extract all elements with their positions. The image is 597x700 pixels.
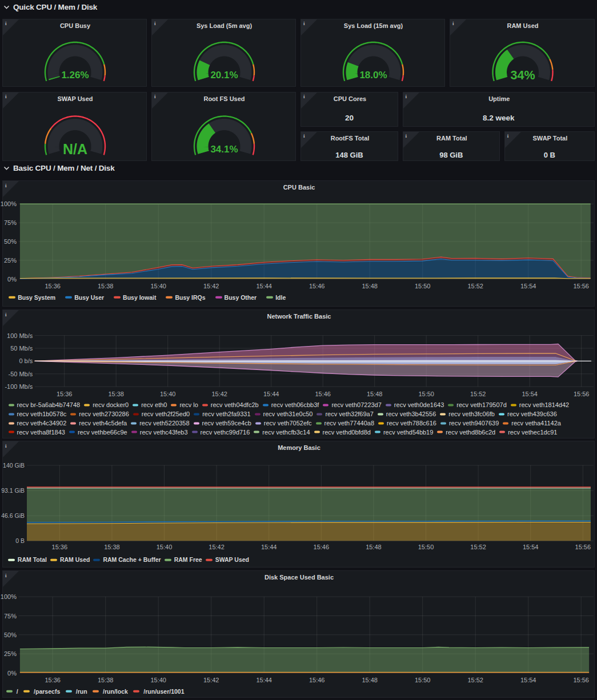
svg-text:15:42: 15:42 <box>203 676 219 683</box>
svg-text:15:42: 15:42 <box>211 391 227 397</box>
svg-text:15:44: 15:44 <box>261 544 277 550</box>
svg-text:15:40: 15:40 <box>150 283 166 289</box>
svg-text:15:46: 15:46 <box>309 283 325 289</box>
svg-text:50%: 50% <box>4 631 17 638</box>
svg-text:0 B: 0 B <box>15 537 25 544</box>
svg-text:15:52: 15:52 <box>467 283 483 289</box>
svg-text:15:48: 15:48 <box>366 544 382 550</box>
svg-text:75%: 75% <box>4 219 17 226</box>
svg-text:15:42: 15:42 <box>203 283 219 289</box>
svg-text:15:40: 15:40 <box>150 676 166 683</box>
svg-text:15:36: 15:36 <box>45 676 61 683</box>
svg-text:100%: 100% <box>1 593 17 600</box>
svg-text:15:50: 15:50 <box>415 283 431 289</box>
svg-text:15:54: 15:54 <box>520 676 536 683</box>
svg-text:20.1%: 20.1% <box>210 70 238 81</box>
svg-text:34%: 34% <box>510 69 535 82</box>
svg-text:-100 Mb/s: -100 Mb/s <box>5 383 33 390</box>
svg-text:15:38: 15:38 <box>98 283 114 289</box>
svg-text:25%: 25% <box>4 257 17 264</box>
svg-text:15:50: 15:50 <box>418 544 434 550</box>
svg-text:15:36: 15:36 <box>45 283 61 289</box>
svg-text:15:46: 15:46 <box>309 676 325 683</box>
svg-text:15:46: 15:46 <box>314 544 330 550</box>
svg-text:50%: 50% <box>4 238 17 245</box>
svg-text:15:54: 15:54 <box>523 544 539 550</box>
svg-text:15:56: 15:56 <box>573 676 589 683</box>
svg-text:100%: 100% <box>1 200 17 207</box>
svg-text:15:44: 15:44 <box>256 676 272 683</box>
svg-text:-50 Mb/s: -50 Mb/s <box>9 371 33 377</box>
svg-text:15:54: 15:54 <box>520 283 536 289</box>
svg-text:15:46: 15:46 <box>315 391 331 397</box>
svg-text:15:56: 15:56 <box>575 544 591 550</box>
svg-text:93.1 GiB: 93.1 GiB <box>1 487 25 494</box>
svg-text:15:56: 15:56 <box>573 283 589 289</box>
svg-text:15:40: 15:40 <box>160 391 176 397</box>
svg-text:25%: 25% <box>4 650 17 657</box>
svg-text:15:42: 15:42 <box>209 544 225 550</box>
svg-text:15:50: 15:50 <box>415 676 431 683</box>
svg-text:0 b/s: 0 b/s <box>19 357 33 364</box>
svg-text:15:56: 15:56 <box>574 391 590 397</box>
svg-text:15:48: 15:48 <box>367 391 383 397</box>
svg-text:15:52: 15:52 <box>470 391 486 397</box>
svg-text:15:52: 15:52 <box>467 676 483 683</box>
svg-text:15:38: 15:38 <box>98 676 114 683</box>
svg-text:15:36: 15:36 <box>52 544 68 550</box>
svg-text:140 GiB: 140 GiB <box>3 462 25 469</box>
svg-text:15:38: 15:38 <box>108 391 124 397</box>
svg-text:15:48: 15:48 <box>362 283 378 289</box>
svg-text:50 Mb/s: 50 Mb/s <box>10 345 33 352</box>
svg-text:0%: 0% <box>7 276 17 283</box>
svg-text:75%: 75% <box>4 612 17 619</box>
svg-text:34.1%: 34.1% <box>210 144 238 155</box>
svg-text:18.0%: 18.0% <box>359 70 387 81</box>
svg-text:1.26%: 1.26% <box>61 70 89 81</box>
svg-text:15:36: 15:36 <box>57 391 73 397</box>
svg-text:0%: 0% <box>7 669 17 676</box>
svg-text:46.6 GiB: 46.6 GiB <box>1 512 25 519</box>
svg-text:N/A: N/A <box>63 141 87 157</box>
svg-text:15:50: 15:50 <box>418 391 434 397</box>
svg-text:15:38: 15:38 <box>104 544 120 550</box>
svg-text:15:44: 15:44 <box>256 283 272 289</box>
svg-text:100 Mb/s: 100 Mb/s <box>7 332 33 339</box>
svg-text:15:44: 15:44 <box>263 391 279 397</box>
svg-text:15:40: 15:40 <box>157 544 173 550</box>
svg-text:15:52: 15:52 <box>470 544 486 550</box>
svg-text:15:48: 15:48 <box>362 676 378 683</box>
svg-text:15:54: 15:54 <box>522 391 538 397</box>
